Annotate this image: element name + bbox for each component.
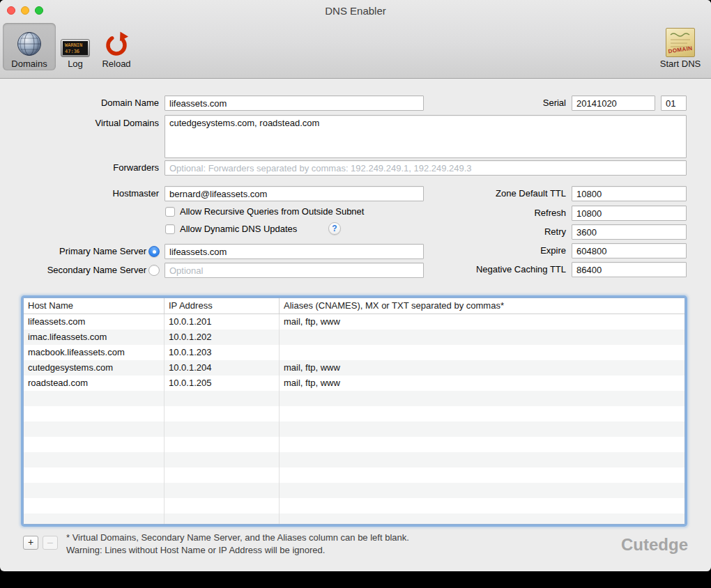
table-row-empty <box>24 421 685 437</box>
hostmaster-input[interactable] <box>165 186 424 201</box>
domain-name-label: Domain Name <box>42 95 159 111</box>
dynamic-dns-label: Allow Dynamic DNS Updates <box>180 223 297 235</box>
window-title: DNS Enabler <box>0 5 711 17</box>
toolbar-label-domains: Domains <box>11 59 47 69</box>
recursive-queries-checkbox[interactable] <box>165 207 175 217</box>
domain-name-input[interactable] <box>165 95 424 111</box>
virtual-domains-label: Virtual Domains <box>42 116 159 131</box>
table-row[interactable]: cutedgesystems.com 10.0.1.204 mail, ftp,… <box>24 360 685 376</box>
title-toolbar: DNS Enabler <box>0 0 711 79</box>
brand-logo: Cutedge <box>621 535 688 555</box>
recursive-queries-label: Allow Recursive Queries from Outside Sub… <box>180 206 364 218</box>
table-row-empty <box>24 513 685 525</box>
header-host-name: Host Name <box>24 298 165 314</box>
host-name-cell[interactable]: lifeassets.com <box>24 314 165 330</box>
host-name-cell[interactable]: roadstead.com <box>24 376 165 391</box>
zone-ttl-input[interactable] <box>572 186 687 201</box>
retry-label: Retry <box>454 224 566 240</box>
header-aliases: Aliases (CNAMES), MX or TXT separated by… <box>280 298 685 314</box>
primary-ns-radio[interactable] <box>148 246 160 257</box>
table-row-empty <box>24 391 685 406</box>
hosts-table[interactable]: Host Name IP Address Aliases (CNAMES), M… <box>23 297 685 525</box>
secondary-ns-radio[interactable] <box>148 265 160 276</box>
expire-label: Expire <box>454 243 566 258</box>
ip-address-cell[interactable]: 10.0.1.204 <box>165 360 280 376</box>
toolbar-item-reload[interactable]: Reload <box>95 23 138 70</box>
hostmaster-label: Hostmaster <box>42 186 159 201</box>
host-name-cell[interactable]: cutedgesystems.com <box>24 360 165 376</box>
expire-input[interactable] <box>572 243 687 258</box>
table-row-empty <box>24 452 685 467</box>
start-dns-icon: DOMAIN <box>666 28 695 57</box>
header-ip-address: IP Address <box>165 298 280 314</box>
remove-row-button[interactable]: – <box>43 536 58 550</box>
ip-address-cell[interactable]: 10.0.1.205 <box>165 376 280 391</box>
app-window: DNS Enabler <box>0 0 711 571</box>
ip-address-cell[interactable]: 10.0.1.203 <box>165 345 280 360</box>
ip-address-cell[interactable]: 10.0.1.202 <box>165 330 280 345</box>
primary-ns-input[interactable] <box>165 244 424 259</box>
aliases-cell[interactable] <box>280 330 685 345</box>
toolbar-label-log: Log <box>68 59 83 69</box>
aliases-cell[interactable]: mail, ftp, www <box>280 314 685 330</box>
negative-ttl-input[interactable] <box>572 262 687 277</box>
forwarders-input[interactable] <box>165 160 687 176</box>
serial-input[interactable] <box>572 95 655 111</box>
network-globe-icon <box>16 31 43 57</box>
forwarders-label: Forwarders <box>42 160 159 176</box>
table-row[interactable]: imac.lifeassets.com 10.0.1.202 <box>24 330 685 345</box>
retry-input[interactable] <box>572 224 687 240</box>
lcd-line2: 47:36 <box>65 49 86 55</box>
table-row-empty <box>24 498 685 513</box>
table-header: Host Name IP Address Aliases (CNAMES), M… <box>24 298 685 314</box>
secondary-ns-input[interactable] <box>165 263 424 278</box>
aliases-cell[interactable]: mail, ftp, www <box>280 376 685 391</box>
dynamic-dns-checkbox[interactable] <box>165 224 175 234</box>
negative-ttl-label: Negative Caching TTL <box>441 262 566 277</box>
serial-suffix-input[interactable] <box>661 95 687 111</box>
host-name-cell[interactable]: macbook.lifeassets.com <box>24 345 165 360</box>
refresh-label: Refresh <box>454 206 566 221</box>
secondary-ns-label: Secondary Name Server <box>14 263 146 278</box>
toolbar-label-reload: Reload <box>102 59 130 69</box>
help-button[interactable]: ? <box>328 222 341 235</box>
table-row-empty <box>24 406 685 421</box>
log-lcd-icon: WARNIN 47:36 <box>61 39 90 57</box>
table-row-empty <box>24 483 685 498</box>
reload-icon <box>103 31 130 57</box>
table-row[interactable]: lifeassets.com 10.0.1.201 mail, ftp, www <box>24 314 685 330</box>
aliases-cell[interactable]: mail, ftp, www <box>280 360 685 376</box>
virtual-domains-textarea[interactable] <box>165 115 687 158</box>
toolbar-item-log[interactable]: WARNIN 47:36 Log <box>59 23 92 70</box>
table-row-empty <box>24 467 685 483</box>
footer-note-2: Warning: Lines without Host Name or IP A… <box>66 544 325 556</box>
serial-label: Serial <box>496 95 566 111</box>
host-name-cell[interactable]: imac.lifeassets.com <box>24 330 165 345</box>
zone-ttl-label: Zone Default TTL <box>454 186 566 201</box>
table-row[interactable]: roadstead.com 10.0.1.205 mail, ftp, www <box>24 376 685 391</box>
aliases-cell[interactable] <box>280 345 685 360</box>
primary-ns-label: Primary Name Server <box>14 244 146 259</box>
table-row-empty <box>24 437 685 452</box>
table-row[interactable]: macbook.lifeassets.com 10.0.1.203 <box>24 345 685 360</box>
ip-address-cell[interactable]: 10.0.1.201 <box>165 314 280 330</box>
lcd-line1: WARNIN <box>65 42 86 49</box>
add-row-button[interactable]: + <box>23 536 38 550</box>
refresh-input[interactable] <box>572 206 687 221</box>
toolbar-item-start-dns[interactable]: DOMAIN Start DNS <box>654 23 707 70</box>
toolbar-label-start-dns: Start DNS <box>660 59 701 69</box>
toolbar-item-domains[interactable]: Domains <box>3 23 56 70</box>
footer-note-1: * Virtual Domains, Secondary Name Server… <box>66 532 409 543</box>
